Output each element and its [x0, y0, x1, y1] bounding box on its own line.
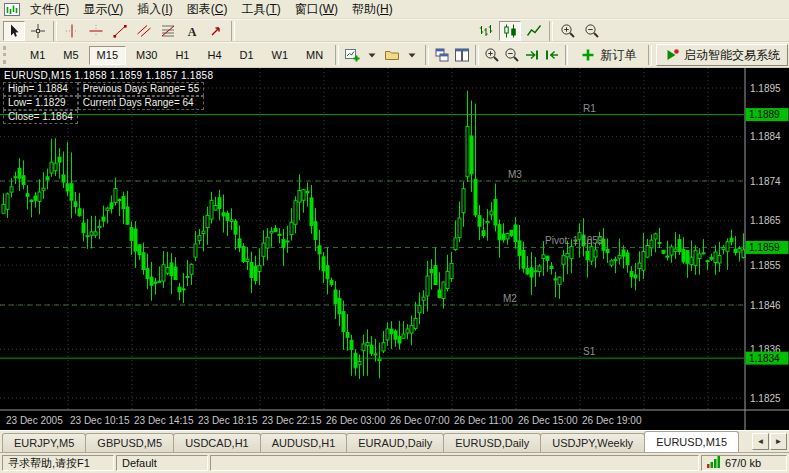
price-scale-label: 1.1855 — [750, 260, 781, 271]
time-axis-label: 26 Dec 07:00 — [390, 415, 450, 426]
new-chart-icon[interactable] — [343, 45, 361, 65]
price-highlight-label: 1.1859 — [749, 242, 780, 253]
timeframe-w1-button[interactable]: W1 — [264, 46, 297, 65]
pivot-level-lines — [0, 115, 744, 359]
expert-advisors-button[interactable]: 启动智能交易系统 — [656, 44, 788, 66]
toolbar-grip[interactable] — [3, 46, 8, 64]
timeframe-m5-button[interactable]: M5 — [55, 46, 86, 65]
menu-tools[interactable]: 工具(T) — [234, 0, 287, 19]
menu-help[interactable]: 帮助(H) — [345, 0, 400, 19]
time-scale[interactable]: 23 Dec 200523 Dec 10:1523 Dec 14:1523 De… — [6, 415, 642, 426]
timeframe-d1-button[interactable]: D1 — [232, 46, 262, 65]
pivot-label: R1 — [583, 103, 596, 114]
horizontal-line-icon[interactable] — [85, 21, 107, 41]
chart-shift-icon[interactable] — [543, 45, 561, 65]
cascade-windows-icon[interactable] — [433, 45, 451, 65]
time-axis-label: 23 Dec 2005 — [6, 415, 63, 426]
traffic-label: 67/0 kb — [725, 457, 761, 469]
tab-gbpusd-m5[interactable]: GBPUSD,M5 — [85, 433, 174, 452]
bar-chart-icon[interactable] — [475, 21, 497, 41]
time-axis-label: 23 Dec 10:15 — [70, 415, 130, 426]
arrows-icon[interactable] — [205, 21, 227, 41]
status-message — [210, 455, 699, 471]
pivot-label: Pivot: 1.1859 — [545, 235, 604, 246]
equidistant-channel-icon[interactable] — [133, 21, 155, 41]
toolbar-divider — [475, 45, 479, 65]
trendline-icon[interactable] — [109, 21, 131, 41]
price-highlight-label: 1.1889 — [749, 109, 780, 120]
status-bar: 寻求帮助,请按F1 Default 67/0 kb — [0, 452, 789, 473]
price-scale-label: 1.1874 — [750, 176, 781, 187]
status-profile[interactable]: Default — [116, 455, 208, 471]
menu-bar: 文件(F)显示(V)插入(I)图表(C)工具(T)窗口(W)帮助(H) — [0, 0, 789, 19]
fibonacci-icon[interactable] — [157, 21, 179, 41]
toolbar-divider — [549, 21, 553, 41]
tab-scroll-buttons: ◄ ► — [750, 433, 789, 452]
new-order-button[interactable]: 新订单 — [572, 44, 644, 66]
time-axis-label: 26 Dec 11:00 — [454, 415, 513, 426]
tab-eurjpy-m5[interactable]: EURJPY,M5 — [2, 433, 86, 452]
zoom-out-icon[interactable] — [581, 21, 603, 41]
tab-usdjpy-weekly[interactable]: USDJPY,Weekly — [540, 433, 645, 452]
time-axis-label: 23 Dec 18:15 — [198, 415, 258, 426]
toolbar-divider — [425, 45, 429, 65]
timeframe-mn-button[interactable]: MN — [298, 46, 331, 65]
time-axis-label: 26 Dec 19:00 — [582, 415, 642, 426]
vertical-line-icon[interactable] — [61, 21, 83, 41]
toolbar-divider — [53, 21, 57, 41]
toolbar-divider — [565, 45, 569, 65]
zoom-in-icon[interactable] — [483, 45, 501, 65]
chart-grid — [0, 68, 744, 410]
auto-scroll-icon[interactable] — [523, 45, 541, 65]
price-scale-label: 1.1865 — [750, 215, 781, 226]
tab-usdcad-h1[interactable]: USDCAD,H1 — [173, 433, 261, 452]
cursor-icon[interactable] — [3, 21, 25, 41]
candle-chart-icon[interactable] — [499, 21, 521, 41]
tile-windows-icon[interactable] — [453, 45, 471, 65]
tab-eurusd-daily[interactable]: EURUSD,Daily — [443, 433, 541, 452]
price-scale[interactable]: 1.18951.18841.18741.18651.18551.18461.18… — [746, 83, 789, 404]
svg-text:A: A — [188, 24, 197, 38]
candlestick-chart[interactable]: 1.18951.18841.18741.18651.18551.18461.18… — [0, 68, 789, 430]
profiles-dropdown-icon[interactable] — [403, 45, 421, 65]
menu-file[interactable]: 文件(F) — [23, 0, 76, 19]
pivot-label: M2 — [503, 293, 517, 304]
chart-window[interactable]: 1.18951.18841.18741.18651.18551.18461.18… — [0, 68, 789, 430]
timeframe-m15-button[interactable]: M15 — [89, 46, 126, 65]
pivot-level-labels: R1M3Pivot: 1.1859M2S1 — [503, 103, 604, 358]
mt4-application: 文件(F)显示(V)插入(I)图表(C)工具(T)窗口(W)帮助(H) A M1… — [0, 0, 789, 473]
app-logo-icon — [3, 2, 21, 17]
zoom-out-icon[interactable] — [503, 45, 521, 65]
tab-scroll-left-button[interactable]: ◄ — [752, 433, 769, 450]
text-icon[interactable]: A — [181, 21, 203, 41]
status-help-text: 寻求帮助,请按F1 — [2, 455, 114, 471]
chart-tabs: EURJPY,M5GBPUSD,M5USDCAD,H1AUDUSD,H1EURA… — [0, 431, 750, 452]
expert-advisor-icon — [664, 47, 680, 63]
tab-eurusd-m15[interactable]: EURUSD,M15 — [644, 431, 739, 452]
timeframe-h1-button[interactable]: H1 — [167, 46, 197, 65]
menu-insert[interactable]: 插入(I) — [130, 0, 179, 19]
toolbar-main: M1M5M15M30H1H4D1W1MN新订单启动智能交易系统 — [0, 42, 789, 68]
line-chart-icon[interactable] — [523, 21, 545, 41]
price-scale-label: 1.1825 — [750, 393, 781, 404]
menu-view[interactable]: 显示(V) — [76, 0, 130, 19]
new-order-label: 新订单 — [600, 47, 636, 64]
zoom-in-icon[interactable] — [557, 21, 579, 41]
crosshair-icon[interactable] — [27, 21, 49, 41]
tab-scroll-right-button[interactable]: ► — [770, 433, 787, 450]
new-order-icon — [580, 47, 596, 63]
timeframe-m30-button[interactable]: M30 — [128, 46, 165, 65]
price-scale-label: 1.1846 — [750, 300, 781, 311]
profiles-icon[interactable] — [383, 45, 401, 65]
status-connection[interactable]: 67/0 kb — [701, 455, 787, 471]
time-axis-label: 23 Dec 14:15 — [134, 415, 194, 426]
connection-bars-icon — [707, 456, 721, 470]
toolbar-divider — [335, 45, 339, 65]
chart-list-dropdown-icon[interactable] — [363, 45, 381, 65]
timeframe-h4-button[interactable]: H4 — [199, 46, 229, 65]
tab-euraud-daily[interactable]: EURAUD,Daily — [346, 433, 444, 452]
tab-audusd-h1[interactable]: AUDUSD,H1 — [260, 433, 348, 452]
menu-charts[interactable]: 图表(C) — [180, 0, 235, 19]
timeframe-m1-button[interactable]: M1 — [22, 46, 53, 65]
menu-window[interactable]: 窗口(W) — [288, 0, 345, 19]
